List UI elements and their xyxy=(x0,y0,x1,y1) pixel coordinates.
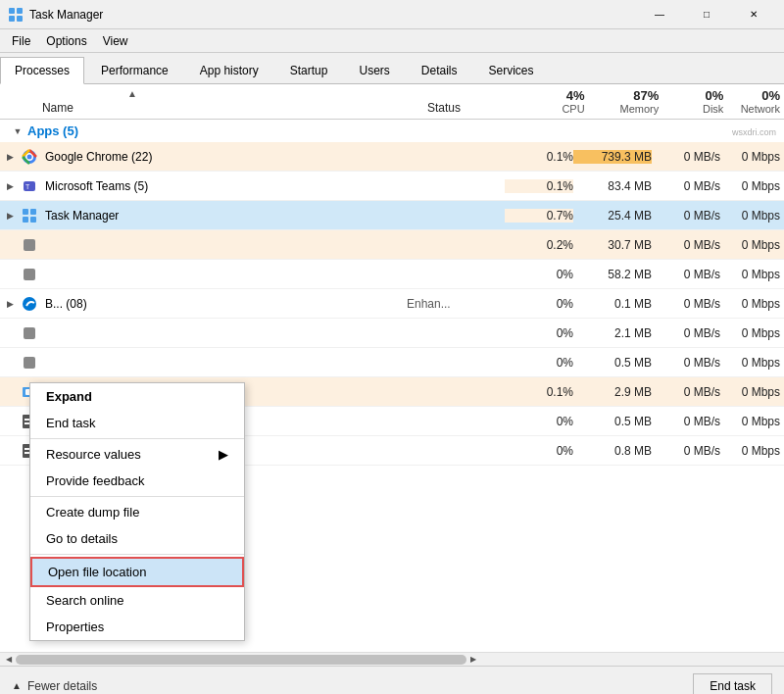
ctx-expand-label: Expand xyxy=(46,389,92,404)
fewer-details-button[interactable]: ▲ Fewer details xyxy=(12,679,97,693)
minimize-button[interactable]: — xyxy=(637,0,682,29)
col-header-disk[interactable]: 0% Disk xyxy=(659,88,723,115)
scroll-left-arrow[interactable]: ◀ xyxy=(2,655,16,664)
process-memory: 25.4 MB xyxy=(573,209,652,223)
tab-services[interactable]: Services xyxy=(474,57,549,83)
ctx-expand[interactable]: Expand xyxy=(30,383,244,410)
table-row[interactable]: ▶ 0% 58.2 MB 0 MB/s 0 Mbps xyxy=(0,260,784,289)
process-cpu: 0.1% xyxy=(505,150,573,164)
col-header-network[interactable]: 0% Network xyxy=(723,88,784,115)
ctx-search-online[interactable]: Search online xyxy=(30,587,244,614)
svg-rect-2 xyxy=(9,16,15,22)
process-memory: 739.3 MB xyxy=(573,150,652,164)
process-disk: 0 MB/s xyxy=(652,297,720,311)
process-cpu: 0.1% xyxy=(505,179,573,193)
process-disk: 0 MB/s xyxy=(652,268,720,281)
row-expand-icon[interactable]: ▶ xyxy=(0,152,20,162)
apps-section-header: ▼ Apps (5) xyxy=(0,120,784,142)
scroll-thumb[interactable] xyxy=(16,655,466,665)
process-cpu: 0% xyxy=(505,268,573,281)
table-row[interactable]: ▶ 0.2% 30.7 MB 0 MB/s 0 Mbps xyxy=(0,230,784,260)
ctx-properties[interactable]: Properties xyxy=(30,614,244,640)
col-header-name[interactable]: Name xyxy=(19,101,427,115)
tab-performance[interactable]: Performance xyxy=(86,57,183,83)
process-table[interactable]: ▼ Apps (5) ▶ Google Chrome (22) 0.1% 739… xyxy=(0,120,784,652)
table-row[interactable]: ▶ 0% 0.5 MB 0 MB/s 0 Mbps xyxy=(0,348,784,377)
col-header-cpu[interactable]: 4% CPU xyxy=(519,88,584,115)
apps-expand-icon[interactable]: ▼ xyxy=(8,126,27,136)
process-cpu: 0% xyxy=(505,356,573,370)
ctx-search-online-label: Search online xyxy=(46,593,124,608)
table-row[interactable]: ▶ T Microsoft Teams (5) 0.1% 83.4 MB 0 M… xyxy=(0,172,784,201)
menu-file[interactable]: File xyxy=(4,32,38,50)
ctx-open-file-location-label: Open file location xyxy=(48,565,146,579)
window-title: Task Manager xyxy=(29,8,637,22)
ctx-divider-2 xyxy=(30,496,244,497)
tab-processes[interactable]: Processes xyxy=(0,57,84,84)
close-button[interactable]: ✕ xyxy=(731,0,776,29)
horizontal-scrollbar[interactable]: ◀ ▶ xyxy=(0,652,784,666)
row-expand-icon[interactable]: ▶ xyxy=(0,181,20,191)
table-row[interactable]: ▶ 0% 2.1 MB 0 MB/s 0 Mbps xyxy=(0,319,784,348)
ctx-resource-values-label: Resource values xyxy=(46,447,141,462)
ctx-end-task[interactable]: End task xyxy=(30,410,244,436)
ctx-provide-feedback[interactable]: Provide feedback xyxy=(30,468,244,494)
process-memory: 2.1 MB xyxy=(573,326,652,340)
process-disk: 0 MB/s xyxy=(652,415,720,428)
end-task-button[interactable]: End task xyxy=(693,673,772,695)
process-disk: 0 MB/s xyxy=(652,326,720,340)
ctx-resource-values[interactable]: Resource values ▶ xyxy=(30,441,244,468)
process-memory: 30.7 MB xyxy=(573,238,652,252)
ctx-submenu-arrow: ▶ xyxy=(219,447,228,462)
ctx-properties-label: Properties xyxy=(46,620,104,634)
process-name: B... (08) xyxy=(45,297,407,311)
table-row[interactable]: ▶ Google Chrome (22) 0.1% 739.3 MB 0 MB/… xyxy=(0,142,784,172)
process-network: 0 Mbps xyxy=(720,150,784,164)
ctx-provide-feedback-label: Provide feedback xyxy=(46,473,144,488)
tab-users[interactable]: Users xyxy=(344,57,404,83)
table-row[interactable]: ▶ Task Manager 0.7% 25.4 MB 0 MB/s 0 Mbp… xyxy=(0,201,784,230)
tab-app-history[interactable]: App history xyxy=(185,57,273,83)
fewer-details-label: Fewer details xyxy=(27,679,97,693)
menu-view[interactable]: View xyxy=(95,32,136,50)
process-status: Enhan... xyxy=(407,297,505,311)
process-name: Google Chrome (22) xyxy=(45,150,407,164)
ctx-go-to-details[interactable]: Go to details xyxy=(30,525,244,552)
sort-arrow: ▲ xyxy=(127,88,137,99)
process-network: 0 Mbps xyxy=(720,356,784,370)
row-expand-icon[interactable]: ▶ xyxy=(0,299,20,309)
svg-rect-0 xyxy=(9,8,15,14)
scroll-right-arrow[interactable]: ▶ xyxy=(466,655,480,664)
svg-text:T: T xyxy=(25,183,30,190)
menu-options[interactable]: Options xyxy=(38,32,94,50)
title-bar: Task Manager — □ ✕ xyxy=(0,0,784,29)
process-disk: 0 MB/s xyxy=(652,385,720,399)
process-memory: 58.2 MB xyxy=(573,268,652,281)
tab-startup[interactable]: Startup xyxy=(275,57,343,83)
process-disk: 0 MB/s xyxy=(652,179,720,193)
process-memory: 0.5 MB xyxy=(573,356,652,370)
generic-icon xyxy=(20,235,39,255)
row-expand-icon[interactable]: ▶ xyxy=(0,211,20,221)
maximize-button[interactable]: □ xyxy=(684,0,729,29)
fewer-details-icon: ▲ xyxy=(12,680,22,691)
edge-icon xyxy=(20,294,39,314)
ctx-create-dump[interactable]: Create dump file xyxy=(30,499,244,525)
process-network: 0 Mbps xyxy=(720,326,784,340)
process-name: Task Manager xyxy=(45,209,407,223)
col-header-status[interactable]: Status xyxy=(427,101,519,115)
ctx-create-dump-label: Create dump file xyxy=(46,505,139,520)
svg-rect-11 xyxy=(23,217,28,223)
table-row[interactable]: ▶ B... (08) Enhan... 0% 0.1 MB 0 MB/s 0 … xyxy=(0,289,784,319)
process-cpu: 0.1% xyxy=(505,385,573,399)
context-menu: Expand End task Resource values ▶ Provid… xyxy=(29,382,245,641)
process-cpu: 0% xyxy=(505,326,573,340)
svg-rect-16 xyxy=(24,327,35,339)
ctx-open-file-location[interactable]: Open file location xyxy=(30,557,244,587)
col-header-memory[interactable]: 87% Memory xyxy=(585,88,660,115)
tab-bar: Processes Performance App history Startu… xyxy=(0,53,784,84)
process-name: Microsoft Teams (5) xyxy=(45,179,407,193)
process-network: 0 Mbps xyxy=(720,444,784,458)
watermark: wsxdri.com xyxy=(732,127,776,137)
tab-details[interactable]: Details xyxy=(407,57,472,83)
